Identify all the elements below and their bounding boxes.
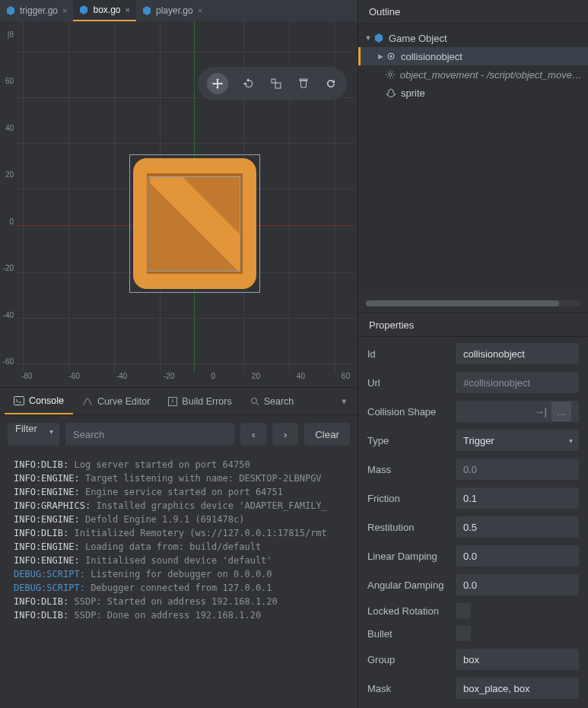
- move-tool-icon[interactable]: [207, 73, 228, 94]
- properties-title: Properties: [358, 313, 588, 337]
- field-friction[interactable]: 0.1: [456, 487, 579, 509]
- cube-icon: [79, 5, 88, 14]
- console-icon: [14, 396, 24, 405]
- field-id[interactable]: collisionobject: [456, 343, 579, 364]
- svg-point-7: [389, 73, 392, 76]
- file-tabs: trigger.go × box.go × player.go ×: [0, 0, 358, 21]
- tree-item-collisionobject[interactable]: ▶ collisionobject: [358, 47, 588, 65]
- svg-rect-2: [14, 396, 24, 405]
- label-mass: Mass: [367, 464, 456, 475]
- tab-trigger-go[interactable]: trigger.go ×: [0, 0, 73, 21]
- checkbox-locked-rotation[interactable]: [456, 603, 471, 618]
- gear-icon: [385, 69, 395, 80]
- tab-console[interactable]: Console: [5, 388, 73, 414]
- collision-shape-outline: [148, 176, 240, 271]
- close-icon[interactable]: ×: [126, 5, 130, 14]
- console-search-input[interactable]: [65, 423, 234, 446]
- checkbox-bullet[interactable]: [456, 626, 471, 641]
- tab-label: trigger.go: [20, 5, 58, 16]
- outline-title: Outline: [358, 0, 588, 24]
- filter-dropdown[interactable]: Filter: [8, 423, 59, 446]
- chevron-right-icon[interactable]: ▶: [375, 52, 386, 60]
- tab-label: Build Errors: [182, 396, 231, 407]
- label-friction: Friction: [367, 493, 456, 504]
- goto-icon[interactable]: →|: [535, 406, 547, 417]
- field-linear-damping[interactable]: 0.0: [456, 545, 579, 567]
- field-mask[interactable]: box_place, box: [456, 678, 579, 699]
- tab-player-go[interactable]: player.go ×: [136, 0, 208, 21]
- scene-viewport[interactable]: |86040 200-20 -40-60 -80-60-40 -20020 40…: [0, 21, 358, 387]
- label-group: Group: [367, 654, 456, 665]
- tab-search[interactable]: Search: [241, 388, 304, 414]
- label-bullet: Bullet: [367, 628, 456, 640]
- rotate-tool-icon[interactable]: [242, 77, 256, 90]
- tab-label: Search: [264, 396, 294, 407]
- outline-scrollbar[interactable]: [366, 300, 580, 306]
- refresh-tool-icon[interactable]: [324, 77, 338, 90]
- close-icon[interactable]: ×: [62, 6, 67, 15]
- tab-label: box.go: [93, 5, 120, 15]
- tab-label: player.go: [156, 5, 193, 16]
- label-restitution: Restitution: [367, 522, 456, 533]
- tab-build-errors[interactable]: Build Errors: [159, 388, 240, 414]
- label-collision-shape: Collision Shape: [367, 406, 456, 417]
- tree-item-sprite[interactable]: sprite: [358, 84, 588, 102]
- next-button[interactable]: ›: [272, 423, 298, 446]
- close-icon[interactable]: ×: [198, 6, 202, 15]
- clear-button[interactable]: Clear: [304, 423, 350, 446]
- console-toolbar: Filter ‹ › Clear: [0, 415, 358, 453]
- cube-icon: [373, 33, 384, 43]
- label-mask: Mask: [367, 683, 456, 694]
- overflow-icon[interactable]: ▾: [335, 395, 353, 407]
- label-url: Url: [367, 377, 456, 389]
- collision-icon: [386, 51, 396, 62]
- tree-label: sprite: [401, 87, 425, 99]
- tree-root-game-object[interactable]: ▼ Game Object: [358, 29, 588, 47]
- prev-button[interactable]: ‹: [240, 423, 266, 446]
- field-mass: 0.0: [456, 459, 579, 480]
- cube-icon: [142, 6, 151, 15]
- label-locked-rotation: Locked Rotation: [367, 605, 456, 617]
- chevron-down-icon[interactable]: ▼: [363, 34, 373, 42]
- scale-tool-icon[interactable]: [269, 77, 283, 90]
- outline-tree[interactable]: ▼ Game Object ▶ collisionobject object_m…: [358, 24, 588, 294]
- field-url: #collisionobject: [456, 372, 579, 393]
- ruler-y: |86040 200-20 -40-60: [0, 24, 17, 372]
- browse-button[interactable]: …: [551, 402, 571, 421]
- sprite-icon: [386, 87, 396, 98]
- svg-point-6: [390, 56, 393, 58]
- tree-label: collisionobject: [401, 51, 462, 62]
- field-collision-shape[interactable]: →| …: [456, 401, 579, 422]
- field-group[interactable]: box: [456, 649, 579, 670]
- ruler-x: -80-60-40 -20020 4060: [17, 372, 354, 384]
- bottom-tabs: Console Curve Editor Build Errors Search…: [0, 388, 358, 415]
- label-angular-damping: Angular Damping: [367, 579, 456, 591]
- label-id: Id: [367, 348, 456, 360]
- error-icon: [168, 397, 177, 406]
- label-type: Type: [367, 435, 456, 446]
- viewport-toolbar: [198, 67, 347, 100]
- tab-label: Console: [29, 395, 64, 406]
- cube-icon: [6, 6, 15, 15]
- field-restitution[interactable]: 0.5: [456, 516, 579, 538]
- tree-label: Game Object: [389, 33, 447, 44]
- tree-label: object_movement - /script/object_movemen…: [400, 69, 588, 81]
- tab-label: Curve Editor: [97, 396, 150, 407]
- tree-item-object-movement[interactable]: object_movement - /script/object_movemen…: [358, 65, 588, 84]
- svg-point-4: [251, 398, 256, 403]
- search-icon: [250, 397, 259, 406]
- properties-body: Id collisionobject Url #collisionobject …: [358, 337, 588, 708]
- tab-box-go[interactable]: box.go ×: [73, 0, 135, 21]
- console-output[interactable]: INFO:DLIB: Log server started on port 64…: [0, 453, 358, 708]
- field-type[interactable]: Trigger: [456, 430, 579, 451]
- field-angular-damping[interactable]: 0.0: [456, 574, 579, 595]
- svg-rect-1: [275, 83, 281, 88]
- label-linear-damping: Linear Damping: [367, 551, 456, 562]
- svg-rect-0: [272, 79, 275, 83]
- erase-tool-icon[interactable]: [297, 77, 310, 90]
- tab-curve-editor[interactable]: Curve Editor: [73, 388, 159, 414]
- curve-icon: [82, 397, 93, 406]
